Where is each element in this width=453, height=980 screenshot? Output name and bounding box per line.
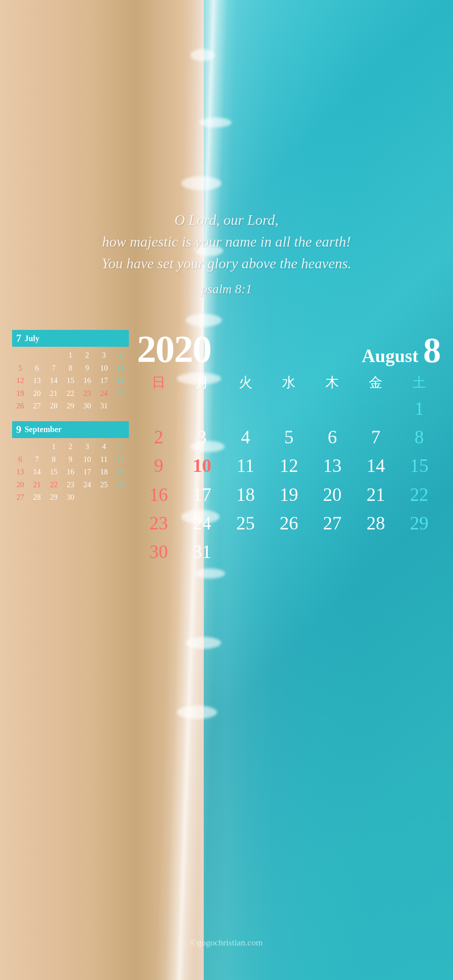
copyright: ©gogochristian.com <box>0 937 453 948</box>
july-cell <box>46 349 62 362</box>
aug-4: 4 <box>224 423 267 451</box>
july-grid: 1 2 3 4 5 6 7 8 9 10 11 12 13 14 15 16 1… <box>12 349 129 412</box>
aug-11: 11 <box>224 451 267 480</box>
july-empty <box>12 349 29 362</box>
aug-25: 25 <box>224 509 267 537</box>
aug-3: 3 <box>180 423 224 451</box>
aug-18: 18 <box>224 480 267 509</box>
month-display: August 8 <box>362 333 441 368</box>
july-cell: 25 <box>112 387 129 400</box>
aug-9: 9 <box>137 451 180 480</box>
quote-line2: how majestic is your name in all the ear… <box>16 231 437 253</box>
sep-empty <box>79 491 95 504</box>
sep-cell: 20 <box>12 479 29 491</box>
august-name: August <box>362 345 418 366</box>
july-cell: 30 <box>79 400 95 412</box>
sep-cell: 10 <box>79 453 95 466</box>
aug-16: 16 <box>137 480 180 509</box>
july-header: 7 July <box>12 330 129 347</box>
sep-cell: 21 <box>29 479 46 491</box>
august-grid: 1 2 3 4 5 6 7 8 9 10 11 12 13 14 15 16 1… <box>137 394 441 566</box>
sep-cell: 12 <box>112 453 129 466</box>
dow-wed: 水 <box>267 373 311 392</box>
aug-6: 6 <box>310 423 354 451</box>
aug-28: 28 <box>354 509 397 537</box>
august-number: 8 <box>423 333 441 368</box>
aug-1: 1 <box>397 394 441 423</box>
aug-22: 22 <box>397 480 441 509</box>
sep-cell: 4 <box>96 441 112 453</box>
july-cell: 11 <box>112 362 129 375</box>
july-cell: 12 <box>12 375 29 387</box>
sep-cell: 18 <box>96 466 112 478</box>
sep-cell: 27 <box>12 491 29 504</box>
aug-empty <box>267 537 311 566</box>
aug-30: 30 <box>137 537 180 566</box>
sep-num: 9 <box>16 424 21 436</box>
quote-reference: psalm 8:1 <box>16 282 437 296</box>
july-cell: 31 <box>96 400 112 412</box>
aug-empty <box>180 394 224 423</box>
sep-cell: 25 <box>96 479 112 491</box>
sep-cell: 6 <box>12 453 29 466</box>
foam-1 <box>190 49 215 61</box>
sep-cell <box>29 441 46 453</box>
july-cell: 26 <box>12 400 29 412</box>
calendar-section: 7 July 1 2 3 4 5 6 7 8 9 10 11 <box>0 330 453 566</box>
sep-cell: 9 <box>62 453 79 466</box>
sep-empty <box>112 491 129 504</box>
aug-21: 21 <box>354 480 397 509</box>
mini-calendars: 7 July 1 2 3 4 5 6 7 8 9 10 11 <box>12 330 129 566</box>
aug-27: 27 <box>310 509 354 537</box>
aug-14: 14 <box>354 451 397 480</box>
aug-empty <box>224 537 267 566</box>
aug-empty <box>354 394 397 423</box>
july-name: July <box>25 334 39 343</box>
sep-cell: 7 <box>29 453 46 466</box>
quote-line1: O Lord, our Lord, <box>16 209 437 231</box>
sep-cell: 29 <box>46 491 62 504</box>
july-cell: 18 <box>112 375 129 387</box>
aug-31: 31 <box>180 537 224 566</box>
aug-empty <box>137 394 180 423</box>
sep-cell: 1 <box>46 441 62 453</box>
september-calendar: 9 September 1 2 3 4 5 6 7 8 9 10 11 12 <box>12 421 129 504</box>
july-cell: 20 <box>29 387 46 400</box>
july-cell <box>29 349 46 362</box>
main-calendar-header: 2020 August 8 <box>137 330 441 369</box>
dow-sat: 土 <box>397 373 441 392</box>
july-empty <box>112 400 129 412</box>
july-cell: 13 <box>29 375 46 387</box>
july-calendar: 7 July 1 2 3 4 5 6 7 8 9 10 11 <box>12 330 129 412</box>
july-cell: 21 <box>46 387 62 400</box>
aug-empty <box>310 537 354 566</box>
july-cell: 8 <box>62 362 79 375</box>
aug-19: 19 <box>267 480 311 509</box>
dow-tue: 火 <box>224 373 267 392</box>
sep-cell: 30 <box>62 491 79 504</box>
july-cell: 19 <box>12 387 29 400</box>
aug-12: 12 <box>267 451 311 480</box>
sep-cell: 3 <box>79 441 95 453</box>
dow-mon: 月 <box>180 373 224 392</box>
sep-empty <box>12 441 29 453</box>
dow-thu: 木 <box>310 373 354 392</box>
sep-cell: 22 <box>46 479 62 491</box>
aug-26: 26 <box>267 509 311 537</box>
july-cell: 5 <box>12 362 29 375</box>
july-cell: 23 <box>79 387 95 400</box>
aug-17: 17 <box>180 480 224 509</box>
aug-10: 10 <box>180 451 224 480</box>
foam-11 <box>177 706 217 719</box>
aug-empty <box>224 394 267 423</box>
july-cell: 4 <box>112 349 129 362</box>
aug-13: 13 <box>310 451 354 480</box>
sep-empty <box>96 491 112 504</box>
foam-5 <box>186 314 222 327</box>
aug-24: 24 <box>180 509 224 537</box>
july-cell: 6 <box>29 362 46 375</box>
july-cell: 16 <box>79 375 95 387</box>
july-num: 7 <box>16 332 21 344</box>
sep-cell: 26 <box>112 479 129 491</box>
quote-section: O Lord, our Lord, how majestic is your n… <box>0 209 453 296</box>
